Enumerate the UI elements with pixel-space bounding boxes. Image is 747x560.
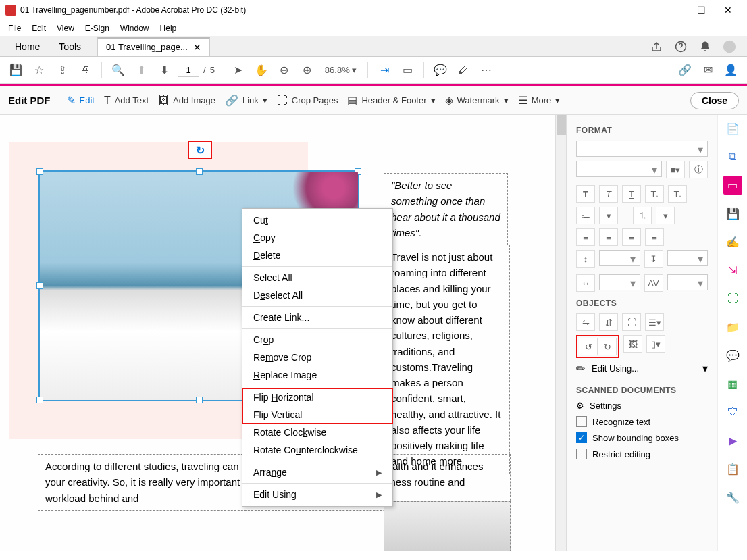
scan-icon[interactable]: ▦ xyxy=(723,374,742,393)
bullet-list-dropdown[interactable]: ▾ xyxy=(599,207,618,224)
zoom-level[interactable]: 86.8% ▾ xyxy=(321,63,361,76)
rotate-cw-button[interactable]: ↻ xyxy=(598,338,617,355)
save-icon[interactable]: 💾 xyxy=(7,61,26,80)
ctx-rotate-cw[interactable]: Rotate Clockwise xyxy=(242,424,392,441)
ctx-replace-image[interactable]: Replace Image xyxy=(242,366,392,384)
char-spacing-dropdown[interactable]: ▾ xyxy=(667,274,709,290)
font-size-dropdown[interactable]: ▾ xyxy=(576,161,662,177)
line-spacing-button[interactable]: ↕ xyxy=(576,250,595,268)
header-footer-button[interactable]: ▤Header & Footer ▾ xyxy=(347,94,435,107)
edit-using-label[interactable]: Edit Using... xyxy=(592,363,696,374)
menu-file[interactable]: File xyxy=(3,22,26,34)
comment-tool-icon[interactable]: 💬 xyxy=(723,346,742,365)
resize-handle[interactable] xyxy=(36,282,43,289)
para-spacing-dropdown[interactable]: ▾ xyxy=(667,250,709,266)
ctx-select-all[interactable]: Select All xyxy=(242,269,392,286)
tab-home[interactable]: Home xyxy=(5,37,49,56)
horizontal-scale-dropdown[interactable]: ▾ xyxy=(599,274,640,290)
align-center-button[interactable]: ≡ xyxy=(599,228,618,246)
secondary-image[interactable] xyxy=(384,501,511,551)
zoom-out-icon[interactable]: ⊖ xyxy=(275,61,294,80)
resize-handle[interactable] xyxy=(196,168,203,175)
resize-handle[interactable] xyxy=(36,397,43,403)
scrollbar-thumb[interactable] xyxy=(557,115,566,135)
zoom-search-icon[interactable]: 🔍 xyxy=(109,61,128,80)
resize-handle[interactable] xyxy=(355,168,361,175)
close-window-button[interactable]: ✕ xyxy=(715,1,742,20)
menu-help[interactable]: Help xyxy=(155,22,182,34)
bullet-list-button[interactable]: ≔ xyxy=(576,207,595,224)
italic-button[interactable]: T xyxy=(599,185,618,203)
minimize-button[interactable]: — xyxy=(661,1,688,20)
bell-icon[interactable] xyxy=(698,40,712,53)
close-button[interactable]: Close xyxy=(690,92,739,109)
page-down-icon[interactable]: ⬇ xyxy=(155,61,174,80)
align-left-button[interactable]: ≡ xyxy=(576,228,595,246)
page-number-input[interactable] xyxy=(178,63,199,77)
recognize-text-checkbox[interactable]: Recognize text xyxy=(576,416,708,427)
email-icon[interactable]: ✉ xyxy=(698,61,717,80)
line-spacing-dropdown[interactable]: ▾ xyxy=(599,250,640,266)
resize-handle[interactable] xyxy=(196,397,203,403)
font-color-button[interactable]: ■▾ xyxy=(666,161,685,178)
settings-row[interactable]: ⚙ Settings xyxy=(576,401,708,411)
tab-close-icon[interactable]: ✕ xyxy=(193,42,201,53)
ctx-crop[interactable]: Crop xyxy=(242,331,392,349)
select-tool-icon[interactable]: ➤ xyxy=(229,61,248,80)
ctx-arrange[interactable]: Arrange▶ xyxy=(242,463,392,481)
ctx-deselect-all[interactable]: Deselect All xyxy=(242,286,392,304)
cloud-upload-icon[interactable]: ⇪ xyxy=(53,61,72,80)
page-up-icon[interactable]: ⬆ xyxy=(132,61,151,80)
crop-pages-button[interactable]: ⛶Crop Pages xyxy=(277,95,338,107)
menu-window[interactable]: Window xyxy=(115,22,155,34)
watermark-button[interactable]: ◈Watermark ▾ xyxy=(445,94,509,107)
menu-edit[interactable]: Edit xyxy=(26,22,51,34)
more-tools-icon[interactable]: ⋯ xyxy=(477,61,496,80)
highlight-icon[interactable]: 🖊 xyxy=(454,61,473,80)
ctx-edit-using[interactable]: Edit Using▶ xyxy=(242,486,392,503)
ctx-delete[interactable]: Delete xyxy=(242,247,392,264)
ctx-flip-vertical[interactable]: Flip Vertical xyxy=(242,406,392,424)
rotate-ccw-button[interactable]: ↺ xyxy=(579,338,598,355)
add-text-button[interactable]: TAdd Text xyxy=(104,95,149,107)
share-icon[interactable] xyxy=(650,40,663,53)
organize-icon[interactable]: ⇲ xyxy=(723,261,742,280)
redact-icon[interactable]: ⛶ xyxy=(723,289,742,308)
menu-esign[interactable]: E-Sign xyxy=(80,22,115,34)
arrange-button[interactable]: ▯▾ xyxy=(646,335,665,353)
combine-icon[interactable]: ⧉ xyxy=(723,147,742,166)
restrict-editing-checkbox[interactable]: Restrict editing xyxy=(576,449,708,459)
replace-image-button[interactable]: 🖼 xyxy=(623,335,642,353)
export-icon[interactable]: 💾 xyxy=(723,204,742,223)
fit-page-icon[interactable]: ▭ xyxy=(398,61,417,80)
crop-object-button[interactable]: ⛶ xyxy=(622,313,641,331)
people-icon[interactable]: 👤 xyxy=(721,61,740,80)
align-justify-button[interactable]: ≡ xyxy=(645,228,664,246)
link-share-icon[interactable]: 🔗 xyxy=(675,61,694,80)
print-icon[interactable]: 🖨 xyxy=(76,61,95,80)
ctx-flip-horizontal[interactable]: Flip Horizontal xyxy=(242,388,392,406)
tab-document[interactable]: 01 Travelling_page... ✕ xyxy=(97,37,210,56)
rotate-handle[interactable]: ↻ xyxy=(188,141,212,159)
maximize-button[interactable]: ☐ xyxy=(688,1,715,20)
ctx-cut[interactable]: Cut xyxy=(242,211,392,229)
video-icon[interactable]: ▶ xyxy=(723,431,742,450)
sign-icon[interactable]: ✍ xyxy=(723,232,742,251)
char-spacing-button[interactable]: AV xyxy=(644,274,663,292)
link-button[interactable]: 🔗Link ▾ xyxy=(225,94,267,107)
align-objects-button[interactable]: ☰▾ xyxy=(645,313,664,331)
zoom-in-icon[interactable]: ⊕ xyxy=(298,61,317,80)
comment-icon[interactable]: 💬 xyxy=(431,61,450,80)
quote-text-box[interactable]: "Better to see something once than hear … xyxy=(384,173,508,245)
numbered-list-dropdown[interactable]: ▾ xyxy=(656,207,675,224)
edit-using-dropdown[interactable]: ▾ xyxy=(702,362,708,375)
superscript-button[interactable]: T. xyxy=(645,185,664,203)
edit-button[interactable]: ✎Edit xyxy=(67,94,95,107)
ctx-copy[interactable]: Copy xyxy=(242,229,392,247)
underline-button[interactable]: T xyxy=(622,185,641,203)
align-right-button[interactable]: ≡ xyxy=(622,228,641,246)
ctx-remove-crop[interactable]: Remove Crop xyxy=(242,349,392,366)
para-spacing-button[interactable]: ↧ xyxy=(644,250,663,268)
show-bounding-checkbox[interactable]: ✓ Show bounding boxes xyxy=(576,432,708,443)
subscript-button[interactable]: T. xyxy=(668,185,687,203)
